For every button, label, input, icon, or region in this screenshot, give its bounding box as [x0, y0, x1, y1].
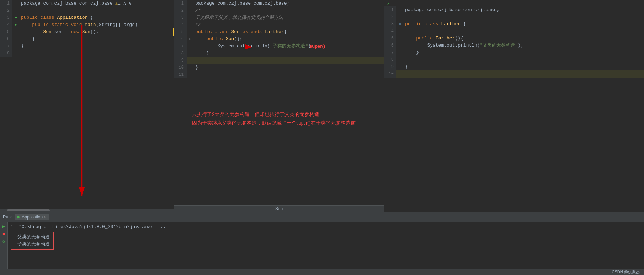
son-code-content: 1 package com.czj.base.com.czj.base; 2 /…	[174, 0, 384, 205]
run-panel: Run: ▶ Application × ▶ ■ ⟳ 1 "C:\Program…	[0, 212, 644, 269]
table-row: 6 }	[0, 36, 174, 43]
table-row: 11	[174, 71, 384, 78]
table-row: 1 package com.czj.base.com.czj.base ⚠1 ∧…	[0, 0, 174, 7]
editor-area: 1 package com.czj.base.com.czj.base ⚠1 ∧…	[0, 0, 644, 212]
super-label: super()	[309, 43, 325, 49]
table-row: 10	[384, 70, 644, 78]
table-row: 7 }	[384, 49, 644, 56]
run-tab-close-button[interactable]: ×	[44, 215, 46, 219]
son-panel-label: Son	[275, 206, 283, 211]
table-row: 1 package com.czj.base.com.czj.base;	[384, 6, 644, 14]
table-row: 5 public Farther(){	[384, 35, 644, 42]
table-row: 4 */	[174, 21, 384, 28]
stop-button[interactable]: ■	[1, 231, 7, 237]
explanation-text: 只执行了Son类的无参构造，但却也执行了父类的无参构造 因为子类继承父类的无参构…	[192, 110, 356, 127]
table-row: 8	[384, 56, 644, 63]
yellow-indicator	[173, 28, 174, 36]
run-tab-bar: Run: ▶ Application ×	[0, 212, 644, 222]
run-sidebar: ▶ ■ ⟳	[0, 222, 8, 269]
output-box: 父类的无参构造 子类的无参构造	[11, 232, 54, 250]
table-row: 5 Son son = new Son();	[0, 28, 174, 36]
output-line-2: 父类的无参构造	[15, 234, 50, 241]
table-row: 4	[384, 28, 644, 35]
table-row: 6 System.out.println("父类的无参构造");	[384, 42, 644, 49]
table-row: 9 }	[384, 63, 644, 70]
son-panel: 1 package com.czj.base.com.czj.base; 2 /…	[174, 0, 384, 212]
footer: CSDN @仇振杰	[0, 269, 644, 275]
table-row: 7 }	[0, 43, 174, 50]
output-content: 1 "C:\Program Files\Java\jdk1.8.0_201\bi…	[8, 222, 644, 269]
table-row: 3 子类继承了父类，就会拥有父类的全部方法	[174, 14, 384, 21]
table-row: 4 ▶ public static void main(String[] arg…	[0, 21, 174, 28]
table-row: 8 }	[174, 50, 384, 57]
table-row: 1 package com.czj.base.com.czj.base;	[174, 0, 384, 7]
table-row: 2	[384, 14, 644, 21]
table-row: 8	[0, 50, 174, 57]
table-row: 10 }	[174, 64, 384, 71]
table-row: 2	[0, 7, 174, 14]
run-button[interactable]: ▶	[1, 223, 7, 229]
run-tab[interactable]: ▶ Application ×	[15, 214, 49, 220]
farther-code-content: 1 package com.czj.base.com.czj.base; 2 3…	[384, 6, 644, 212]
table-row: 3 ◉ public class Farther {	[384, 21, 644, 28]
rerun-button[interactable]: ⟳	[1, 239, 7, 245]
table-row: 7 System.out.println("子类的无参构造");	[174, 43, 384, 50]
table-row: 2 /*	[174, 7, 384, 14]
run-arrow-icon: ▶	[15, 14, 17, 21]
run-output-area: ▶ ■ ⟳ 1 "C:\Program Files\Java\jdk1.8.0_…	[0, 222, 644, 269]
table-row: 6 ⊡ public Son(){	[174, 36, 384, 43]
bookmark-icon: ◉	[399, 21, 401, 28]
farther-panel: ✓ 1 package com.czj.base.com.czj.base; 2…	[384, 0, 644, 212]
table-row: 5 public class Son extends Farther{	[174, 28, 384, 36]
run-label: Run:	[3, 215, 12, 220]
run-tab-name: Application	[22, 215, 43, 220]
output-line-3: 子类的无参构造	[15, 241, 50, 248]
checkmark-icon: ✓	[387, 0, 390, 6]
output-line-1: 1 "C:\Program Files\Java\jdk1.8.0_201\bi…	[11, 223, 641, 231]
table-row: 3 ▶ public class Application {	[0, 14, 174, 21]
application-code-content: 1 package com.czj.base.com.czj.base ⚠1 ∧…	[0, 0, 174, 209]
table-row: 9	[174, 57, 384, 64]
application-panel: 1 package com.czj.base.com.czj.base ⚠1 ∧…	[0, 0, 174, 212]
run-arrow-icon: ▶	[15, 21, 17, 28]
footer-right: CSDN @仇振杰	[612, 269, 640, 275]
horizontal-scrollbar[interactable]	[0, 209, 174, 212]
